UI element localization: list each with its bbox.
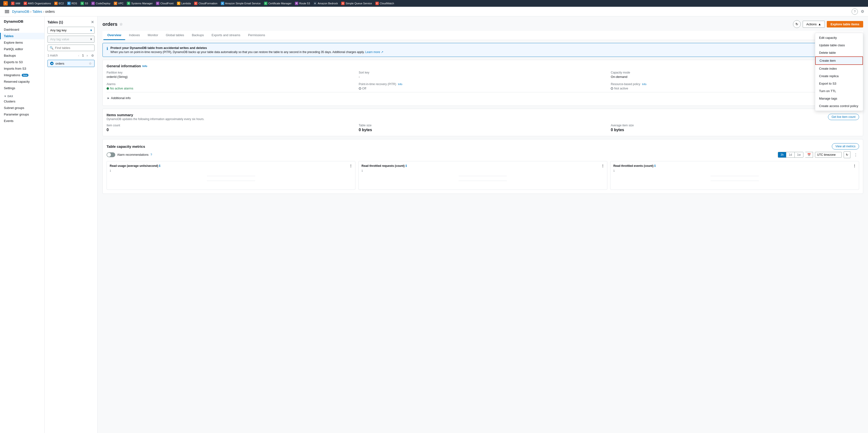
sidebar-item-exports[interactable]: Exports to S3 (0, 59, 44, 65)
action-manage-tags[interactable]: Manage tags (815, 95, 863, 102)
header-actions: ↻ Actions ▲ Explore table items (793, 20, 863, 28)
calendar-button[interactable]: 📅 (805, 152, 813, 158)
next-page-button[interactable]: › (85, 53, 89, 58)
time-1d-button[interactable]: 1d (786, 152, 795, 157)
pagination-settings-button[interactable]: ⚙ (91, 53, 94, 58)
sidebar-item-imports[interactable]: Imports from S3 (0, 65, 44, 72)
nav-route53[interactable]: R Route 53 (293, 1, 311, 5)
tab-global-tables[interactable]: Global tables (162, 31, 188, 40)
nav-lambda[interactable]: λ Lambda (176, 1, 192, 5)
tag-value-select[interactable]: Any tag value (48, 36, 94, 43)
general-info-card: General information Info Partition key o… (102, 60, 863, 106)
action-turn-ttl[interactable]: Turn on TTL (815, 87, 863, 95)
tag-key-filter[interactable]: Any tag key ▼ (48, 27, 94, 34)
additional-info-toggle[interactable]: ▶ Additional info (106, 94, 859, 102)
general-info-link[interactable]: Info (143, 65, 147, 67)
settings-nav-button[interactable]: ⚙ (861, 9, 864, 14)
tab-monitor[interactable]: Monitor (144, 31, 162, 40)
favorite-icon[interactable]: ☆ (119, 22, 123, 27)
chart-more-icon-3[interactable]: ⋮ (853, 164, 856, 167)
nav-cloudfront[interactable]: C CloudFront (155, 1, 175, 5)
time-1w-button[interactable]: 1w (795, 152, 803, 157)
alarm-info-icon[interactable]: ? (151, 153, 152, 156)
action-create-acl[interactable]: Create access control policy (815, 102, 863, 110)
nav-home[interactable]: ≡ (2, 1, 9, 6)
sidebar-item-events[interactable]: Events (0, 118, 44, 124)
general-info-title: General information Info (106, 64, 147, 68)
chart-more-icon-2[interactable]: ⋮ (601, 164, 604, 167)
nav-bedrock[interactable]: A Amazon Bedrock (312, 1, 340, 5)
status-ok-icon (106, 87, 109, 90)
nav-vpc[interactable]: V VPC (112, 1, 125, 5)
sidebar-item-explore-items[interactable]: Explore items (0, 39, 44, 46)
get-live-count-button[interactable]: Get live item count (828, 114, 859, 120)
sidebar-item-param-groups[interactable]: Parameter groups (0, 111, 44, 118)
time-3h-button[interactable]: 3h (778, 152, 786, 157)
nav-cloudformation[interactable]: C CloudFormation (193, 1, 219, 5)
action-delete-table[interactable]: Delete table (815, 49, 863, 56)
nav-ec2[interactable]: E EC2 (53, 1, 65, 5)
metrics-more-button[interactable]: ⋮ (852, 152, 859, 158)
help-button[interactable]: ? (851, 8, 858, 15)
actions-button[interactable]: Actions ▲ (803, 21, 825, 28)
tables-search[interactable]: 🔍 (48, 44, 94, 51)
dax-section-header[interactable]: ▼ DAX (0, 93, 44, 98)
nav-iam[interactable]: I IAM (10, 1, 22, 5)
breadcrumb-tables[interactable]: Tables (32, 10, 42, 13)
sidebar-item-subnet-groups[interactable]: Subnet groups (0, 105, 44, 111)
sidebar-item-partiql[interactable]: PartiQL editor (0, 46, 44, 52)
sidebar-item-reserved[interactable]: Reserved capacity (0, 79, 44, 85)
nav-orgs[interactable]: A AWS Organizations (22, 1, 53, 5)
alarm-toggle[interactable] (106, 152, 115, 157)
action-edit-capacity[interactable]: Edit capacity (815, 34, 863, 41)
breadcrumb-dynamodb[interactable]: DynamoDB (12, 10, 29, 13)
resource-policy-info-link[interactable]: Info (642, 83, 646, 86)
tab-indexes[interactable]: Indexes (125, 31, 144, 40)
sidebar-item-integrations[interactable]: Integrations New (0, 72, 44, 79)
prev-page-button[interactable]: ‹ (77, 53, 81, 58)
sidebar-item-backups[interactable]: Backups (0, 52, 44, 59)
explore-table-items-button[interactable]: Explore table items (827, 21, 863, 28)
find-tables-input[interactable] (55, 46, 92, 50)
view-all-metrics-button[interactable]: View all metrics (832, 143, 859, 150)
action-export-s3[interactable]: Export to S3 (815, 80, 863, 87)
tab-overview[interactable]: Overview (103, 31, 125, 40)
alert-learn-more-link[interactable]: Learn more ↗ (365, 51, 383, 54)
menu-toggle-button[interactable] (4, 9, 10, 14)
sidebar-item-clusters[interactable]: Clusters (0, 98, 44, 105)
refresh-button[interactable]: ↻ (793, 20, 801, 28)
nav-sqs[interactable]: S Simple Queue Service (340, 1, 373, 5)
pitr-info-link[interactable]: Info (398, 83, 402, 86)
nav-ses[interactable]: A Amazon Simple Email Service (219, 1, 262, 5)
tab-exports-streams[interactable]: Exports and streams (208, 31, 244, 40)
chart-info-icon-3[interactable]: ℹ (654, 164, 656, 167)
chart-info-icon[interactable]: ℹ (159, 164, 160, 167)
metrics-refresh-button[interactable]: ↻ (844, 151, 850, 158)
tag-key-select[interactable]: Any tag key (48, 27, 94, 34)
table-favorite-button[interactable]: ☆ (89, 61, 92, 65)
nav-sysmgr[interactable]: S Systems Manager (125, 1, 154, 5)
action-create-index[interactable]: Create index (815, 65, 863, 72)
tab-permissions[interactable]: Permissions (244, 31, 269, 40)
tag-value-filter[interactable]: Any tag value ▼ (48, 36, 94, 43)
sidebar-item-settings[interactable]: Settings (0, 85, 44, 91)
radio-selected-icon (50, 62, 54, 65)
chart-more-icon[interactable]: ⋮ (349, 164, 352, 167)
sidebar-item-tables[interactable]: Tables (0, 33, 44, 39)
action-update-class[interactable]: Update table class (815, 41, 863, 49)
nav-certmgr[interactable]: C Certificate Manager (262, 1, 293, 5)
tab-backups[interactable]: Backups (188, 31, 208, 40)
dax-chevron-icon: ▼ (4, 95, 6, 98)
tables-panel-close[interactable]: ✕ (90, 19, 94, 25)
table-row-orders[interactable]: orders ☆ (48, 60, 94, 67)
chart-info-icon-2[interactable]: ℹ (406, 164, 407, 167)
action-create-replica[interactable]: Create replica (815, 72, 863, 80)
timezone-selector[interactable]: UTC timezone (815, 152, 842, 158)
action-create-item[interactable]: Create item (815, 56, 863, 65)
nav-rds[interactable]: R RDS (66, 1, 79, 5)
nav-codedeploy[interactable]: C CodeDeploy (90, 1, 112, 5)
timezone-select[interactable]: UTC timezone (815, 152, 842, 158)
nav-s3[interactable]: S S3 (79, 1, 89, 5)
nav-cloudwatch[interactable]: C CloudWatch (374, 1, 396, 5)
sidebar-item-dashboard[interactable]: Dashboard (0, 26, 44, 33)
